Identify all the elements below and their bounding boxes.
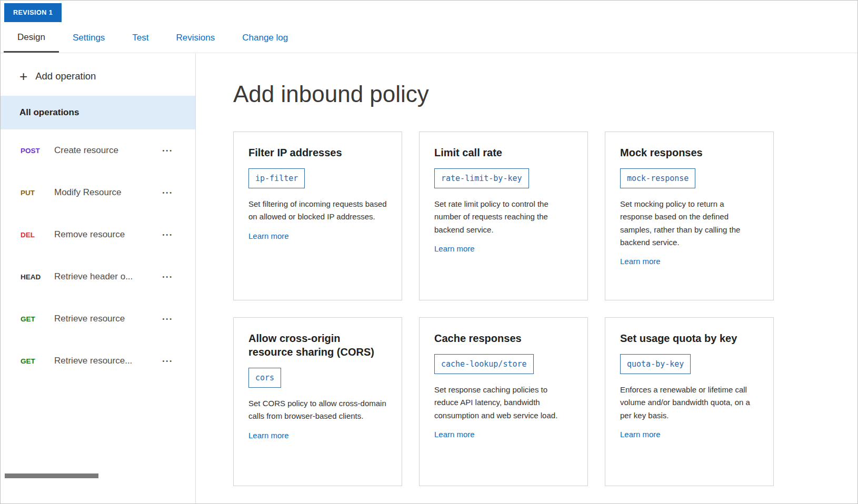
operation-method: DEL [21, 231, 54, 239]
tab-change-log[interactable]: Change log [242, 23, 288, 53]
operation-name: Retrieve header o... [54, 271, 162, 282]
tab-bar: Design Settings Test Revisions Change lo… [1, 23, 857, 53]
operations-sidebar: + Add operation All operations POST Crea… [1, 54, 196, 503]
operation-name: Retrieve resource... [54, 356, 162, 366]
more-options-icon[interactable]: ••• [162, 358, 173, 364]
operation-method: PUT [21, 189, 54, 197]
policy-code-chip[interactable]: rate-limit-by-key [434, 168, 529, 188]
revision-badge: REVISION 1 [4, 3, 62, 22]
learn-more-link[interactable]: Learn more [434, 430, 475, 439]
policy-card-rate-limit[interactable]: Limit call rate rate-limit-by-key Set ra… [419, 132, 588, 300]
tab-revisions[interactable]: Revisions [176, 23, 215, 53]
policy-card-title: Cache responses [434, 331, 573, 345]
learn-more-link[interactable]: Learn more [620, 257, 661, 266]
policy-code-chip[interactable]: cache-lookup/store [434, 354, 534, 374]
policy-code-chip[interactable]: ip-filter [248, 168, 305, 188]
tab-test[interactable]: Test [132, 23, 148, 53]
policy-card-title: Set usage quota by key [620, 331, 759, 345]
policy-card-description: Set mocking policy to return a response … [620, 198, 759, 249]
more-options-icon[interactable]: ••• [162, 231, 173, 238]
page-title: Add inbound policy [233, 81, 857, 107]
operation-method: POST [21, 147, 54, 155]
policy-card-description: Enforces a renewable or lifetime call vo… [620, 384, 759, 422]
policy-card-title: Mock responses [620, 146, 759, 159]
policy-card-ip-filter[interactable]: Filter IP addresses ip-filter Set filter… [233, 132, 402, 300]
policy-card-description: Set response caching policies to reduce … [434, 384, 573, 422]
more-options-icon[interactable]: ••• [162, 189, 173, 196]
operation-method: GET [21, 315, 54, 323]
policy-card-cache[interactable]: Cache responses cache-lookup/store Set r… [419, 317, 588, 486]
policy-card-mock-response[interactable]: Mock responses mock-response Set mocking… [605, 132, 774, 300]
policy-card-description: Set rate limit policy to control the num… [434, 198, 573, 236]
policy-card-title: Allow cross-origin resource sharing (COR… [248, 331, 387, 359]
learn-more-link[interactable]: Learn more [248, 431, 289, 440]
policy-card-title: Filter IP addresses [248, 146, 387, 159]
more-options-icon[interactable]: ••• [162, 316, 173, 322]
more-options-icon[interactable]: ••• [162, 274, 173, 280]
apim-design-page: REVISION 1 Design Settings Test Revision… [0, 0, 858, 504]
tab-design[interactable]: Design [4, 23, 59, 53]
operation-row-retrieve-header[interactable]: HEAD Retrieve header o... ••• [1, 256, 195, 298]
policy-code-chip[interactable]: mock-response [620, 168, 695, 188]
operation-row-modify-resource[interactable]: PUT Modify Resource ••• [1, 172, 195, 214]
policy-card-title: Limit call rate [434, 146, 573, 159]
sidebar-horizontal-scrollbar[interactable] [5, 473, 98, 478]
learn-more-link[interactable]: Learn more [248, 231, 289, 240]
policy-card-cors[interactable]: Allow cross-origin resource sharing (COR… [233, 317, 402, 486]
main-content: Add inbound policy Filter IP addresses i… [196, 54, 857, 503]
policy-code-chip[interactable]: cors [248, 368, 281, 388]
policy-card-description: Set CORS policy to allow cross-domain ca… [248, 397, 387, 423]
plus-icon: + [19, 71, 27, 82]
policy-card-grid: Filter IP addresses ip-filter Set filter… [233, 132, 857, 486]
learn-more-link[interactable]: Learn more [620, 430, 661, 439]
policy-card-quota[interactable]: Set usage quota by key quota-by-key Enfo… [605, 317, 774, 486]
operation-method: GET [21, 357, 54, 365]
learn-more-link[interactable]: Learn more [434, 244, 475, 253]
more-options-icon[interactable]: ••• [162, 147, 173, 154]
operation-name: Modify Resource [54, 187, 162, 198]
add-operation-label: Add operation [35, 70, 96, 82]
operation-row-retrieve-resource-2[interactable]: GET Retrieve resource... ••• [1, 340, 195, 382]
operation-name: Create resource [54, 145, 162, 156]
operation-name: Remove resource [54, 229, 162, 240]
operation-row-remove-resource[interactable]: DEL Remove resource ••• [1, 214, 195, 256]
operation-name: Retrieve resource [54, 314, 162, 324]
add-operation-button[interactable]: + Add operation [1, 54, 195, 96]
operation-row-create-resource[interactable]: POST Create resource ••• [1, 129, 195, 172]
operation-row-retrieve-resource[interactable]: GET Retrieve resource ••• [1, 298, 195, 340]
sidebar-item-all-operations[interactable]: All operations [1, 96, 195, 129]
tab-settings[interactable]: Settings [73, 23, 105, 53]
policy-code-chip[interactable]: quota-by-key [620, 354, 691, 374]
operation-method: HEAD [21, 273, 54, 281]
policy-card-description: Set filtering of incoming requests based… [248, 198, 387, 224]
